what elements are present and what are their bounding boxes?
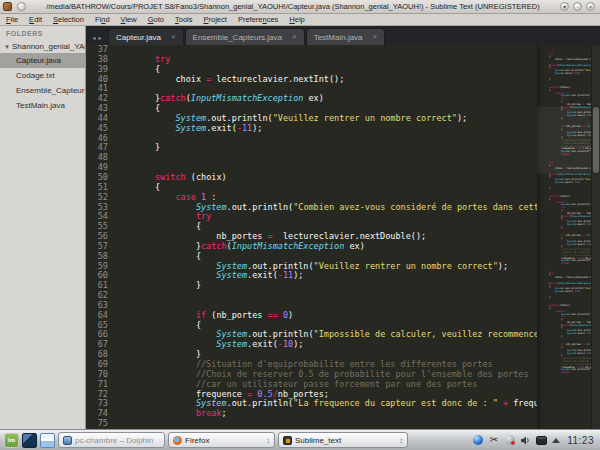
desktop: /media/BATHROW/Cours/PROJET S8/Fano3/Sha…	[0, 0, 600, 450]
sidebar: FOLDERS ▼ Shannon_genial_YAOUH! Capteur.…	[0, 26, 86, 429]
line-number-gutter: 3738394041424344454647484950515253545556…	[86, 45, 114, 429]
task-button-pc-chambre-dolphin[interactable]: pc-chambre – Dolphin	[58, 432, 165, 448]
tab-close-icon[interactable]: ×	[171, 33, 176, 41]
volume-icon[interactable]	[520, 435, 531, 446]
tab-strip: Capteur.java×Ensemble_Capteurs.java×Test…	[108, 28, 386, 45]
tab-label: Ensemble_Capteurs.java	[193, 33, 282, 42]
sidebar-item-testmain-java[interactable]: TestMain.java	[0, 98, 85, 113]
code-view[interactable]: try { choix = lectureclavier.nextInt(); …	[114, 45, 537, 429]
menu-goto[interactable]: Goto	[148, 15, 164, 24]
code-line[interactable]	[114, 153, 537, 163]
sidebar-file-list: Capteur.javaCodage.txtEnsemble_Capteurs.…	[0, 53, 85, 113]
tab-scroll-left-icon[interactable]: ◂	[92, 34, 95, 41]
minimap-viewport	[537, 107, 591, 173]
window-titlebar: /media/BATHROW/Cours/PROJET S8/Fano3/Sha…	[0, 0, 600, 14]
task-button-sublime-text[interactable]: Sublime_text↕	[278, 432, 408, 448]
code-line[interactable]: try	[114, 55, 537, 65]
code-line[interactable]	[114, 134, 537, 144]
task-label: Sublime_text	[295, 436, 397, 445]
code-line: choix = lectureclavier.nextInt();	[537, 277, 591, 280]
code-line[interactable]	[114, 45, 537, 55]
line-number: 75	[86, 419, 108, 429]
code-line[interactable]: break;	[114, 409, 537, 419]
tab-close-icon[interactable]: ×	[373, 33, 378, 41]
info-tray-icon[interactable]	[472, 435, 483, 446]
sublime-icon	[283, 436, 292, 445]
tab-testmain-java[interactable]: TestMain.java×	[306, 28, 386, 45]
maximize-button[interactable]: ◦	[573, 2, 582, 11]
menu-selection[interactable]: Selection	[53, 15, 84, 24]
panel-expander-icon[interactable]	[552, 438, 560, 443]
tab-label: Capteur.java	[116, 33, 161, 42]
clock[interactable]: 11:23	[565, 435, 596, 446]
menu-edit[interactable]: Edit	[29, 15, 42, 24]
tab-capteur-java[interactable]: Capteur.java×	[108, 28, 184, 45]
code-line[interactable]: }	[114, 143, 537, 153]
tab-close-icon[interactable]: ×	[292, 33, 297, 41]
menu-bar: FileEditSelectionFindViewGotoToolsProjec…	[0, 14, 600, 26]
editor: ◂ ▸ Capteur.java×Ensemble_Capteurs.java×…	[86, 26, 600, 429]
tab-bar: ◂ ▸ Capteur.java×Ensemble_Capteurs.java×…	[86, 26, 600, 45]
minimap[interactable]: try { choix = lectureclavier.nextInt(); …	[537, 45, 591, 429]
code-line[interactable]: switch (choix)	[114, 173, 537, 183]
code-line[interactable]: choix = lectureclavier.nextInt();	[114, 75, 537, 85]
code-line: choix = lectureclavier.nextInt();	[537, 59, 591, 62]
window-title: /media/BATHROW/Cours/PROJET S8/Fano3/Sha…	[28, 2, 558, 11]
tab-ensemble-capteurs-java[interactable]: Ensemble_Capteurs.java×	[185, 28, 305, 45]
tab-scroll-right-icon[interactable]: ▸	[99, 34, 102, 41]
scrollbar-thumb[interactable]	[593, 107, 599, 173]
window-menu-button[interactable]	[17, 2, 26, 11]
mint-menu-icon[interactable]: lm	[4, 433, 19, 448]
minimize-button[interactable]: ▾	[560, 2, 569, 11]
root-folder-label: Shannon_genial_YAOUH!	[12, 42, 85, 51]
close-button[interactable]: ×	[586, 2, 595, 11]
folder-expanded-icon: ▼	[4, 44, 10, 50]
show-desktop-icon[interactable]	[22, 433, 37, 448]
tab-label: TestMain.java	[314, 33, 363, 42]
code-line[interactable]: System.exit(-11);	[114, 124, 537, 134]
code-line[interactable]	[114, 291, 537, 301]
code-line[interactable]: }	[114, 281, 537, 291]
sidebar-item-codage-txt[interactable]: Codage.txt	[0, 68, 85, 83]
firefox-icon	[173, 436, 182, 445]
network-tray-icon[interactable]	[504, 435, 515, 446]
sidebar-item-ensemble-capteurs-java[interactable]: Ensemble_Capteurs.java	[0, 83, 85, 98]
menu-preferences[interactable]: Preferences	[238, 15, 278, 24]
file-manager-icon[interactable]	[40, 433, 55, 448]
code-area: 3738394041424344454647484950515253545556…	[86, 45, 600, 429]
menu-view[interactable]: View	[121, 15, 137, 24]
menu-project[interactable]: Project	[204, 15, 227, 24]
sublime-app-icon	[3, 2, 12, 11]
dolphin-icon	[63, 436, 72, 445]
folders-header: FOLDERS	[0, 26, 85, 40]
task-scroll-icon: ↕	[400, 437, 404, 444]
task-button-firefox[interactable]: Firefox↕	[168, 432, 275, 448]
vertical-scrollbar[interactable]	[591, 45, 600, 429]
code-line[interactable]: }catch(InputMismatchException ex)	[114, 94, 537, 104]
taskbar: lm pc-chambre – DolphinFirefox↕Sublime_t…	[0, 429, 600, 450]
menu-file[interactable]: File	[6, 15, 18, 24]
main-area: FOLDERS ▼ Shannon_genial_YAOUH! Capteur.…	[0, 26, 600, 429]
speaker-glyph	[520, 435, 531, 446]
sidebar-root-folder[interactable]: ▼ Shannon_genial_YAOUH!	[0, 40, 85, 53]
task-label: pc-chambre – Dolphin	[75, 436, 160, 445]
sidebar-item-capteur-java[interactable]: Capteur.java	[0, 53, 85, 68]
menu-tools[interactable]: Tools	[175, 15, 193, 24]
tab-scroll-arrows[interactable]: ◂ ▸	[86, 29, 108, 45]
menu-find[interactable]: Find	[95, 15, 110, 24]
menu-help[interactable]: Help	[289, 15, 304, 24]
task-list: pc-chambre – DolphinFirefox↕Sublime_text…	[58, 432, 408, 448]
code-line[interactable]	[114, 419, 537, 429]
task-scroll-icon: ↕	[267, 437, 271, 444]
klipper-scissors-icon[interactable]: ✂	[488, 435, 499, 446]
system-tray: ✂ 11:23	[472, 435, 596, 446]
code-line	[537, 375, 591, 378]
minimap-content: try { choix = lectureclavier.nextInt(); …	[537, 51, 591, 378]
task-label: Firefox	[185, 436, 264, 445]
device-notifier-icon[interactable]	[536, 435, 547, 446]
